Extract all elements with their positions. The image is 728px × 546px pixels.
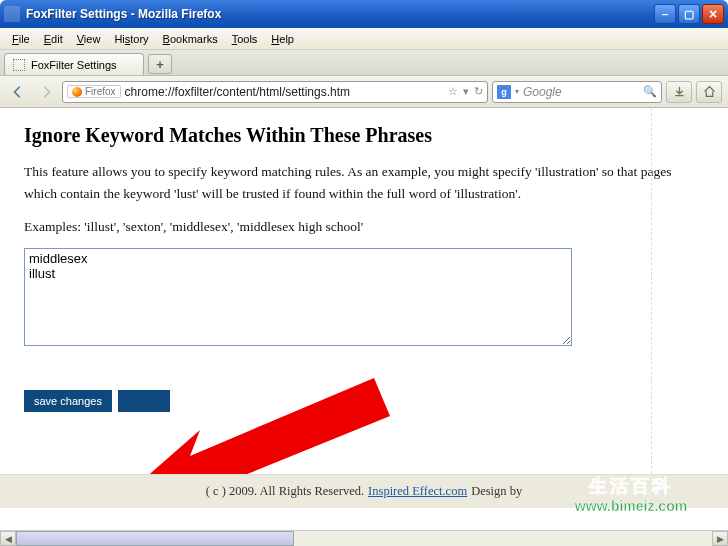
identity-label: Firefox [85, 86, 116, 97]
description-paragraph: This feature allows you to specify keywo… [24, 161, 704, 206]
navigation-toolbar: Firefox chrome://foxfilter/content/html/… [0, 76, 728, 108]
forward-arrow-icon [39, 85, 53, 99]
url-text[interactable]: chrome://foxfilter/content/html/settings… [125, 85, 444, 99]
menu-help[interactable]: Help [265, 31, 300, 47]
menu-edit[interactable]: Edit [38, 31, 69, 47]
home-icon [703, 85, 716, 98]
app-icon [4, 6, 20, 22]
back-arrow-icon [11, 85, 25, 99]
horizontal-scrollbar[interactable]: ◀ ▶ [0, 530, 728, 546]
reload-icon[interactable]: ↻ [474, 85, 483, 98]
menu-file[interactable]: File [6, 31, 36, 47]
close-button[interactable]: × [702, 4, 724, 24]
copyright-text: ( c ) 2009. All Rights Reserved. [206, 484, 364, 499]
menu-history[interactable]: History [108, 31, 154, 47]
menu-tools[interactable]: Tools [226, 31, 264, 47]
url-bar[interactable]: Firefox chrome://foxfilter/content/html/… [62, 81, 488, 103]
new-tab-button[interactable]: + [148, 54, 172, 74]
scroll-right-button[interactable]: ▶ [712, 531, 728, 546]
scrollbar-track[interactable] [16, 531, 712, 546]
menu-view[interactable]: View [71, 31, 107, 47]
button-row: save changes [24, 390, 704, 412]
save-changes-button[interactable]: save changes [24, 390, 112, 412]
urlbar-icons: ☆ ▾ ↻ [448, 85, 483, 98]
search-engine-icon[interactable]: g [497, 85, 511, 99]
page-footer: ( c ) 2009. All Rights Reserved. Inspire… [0, 474, 728, 508]
footer-link-inspired[interactable]: Inspired Effect.com [368, 484, 467, 499]
search-go-icon[interactable]: 🔍 [643, 85, 657, 98]
page-content: Ignore Keyword Matches Within These Phra… [0, 108, 728, 530]
window-titlebar: FoxFilter Settings - Mozilla Firefox – ▢… [0, 0, 728, 28]
forward-button[interactable] [34, 80, 58, 104]
menu-bookmarks[interactable]: Bookmarks [157, 31, 224, 47]
identity-box[interactable]: Firefox [67, 85, 121, 98]
menu-bar: File Edit View History Bookmarks Tools H… [0, 28, 728, 50]
back-button[interactable] [6, 80, 30, 104]
maximize-button[interactable]: ▢ [678, 4, 700, 24]
window-controls: – ▢ × [654, 4, 724, 24]
scrollbar-thumb[interactable] [16, 531, 294, 546]
phrases-textarea[interactable] [24, 248, 572, 346]
secondary-button[interactable] [118, 390, 170, 412]
footer-design-by: Design by [471, 484, 522, 499]
bookmark-star-icon[interactable]: ☆ [448, 85, 458, 98]
search-placeholder: Google [523, 85, 639, 99]
firefox-icon [72, 87, 82, 97]
divider-line [651, 108, 652, 474]
content-viewport: Ignore Keyword Matches Within These Phra… [0, 108, 728, 530]
tab-favicon [13, 59, 25, 71]
tab-label: FoxFilter Settings [31, 59, 117, 71]
tab-active[interactable]: FoxFilter Settings [4, 53, 144, 75]
home-button[interactable] [696, 81, 722, 103]
downloads-button[interactable] [666, 81, 692, 103]
scroll-left-button[interactable]: ◀ [0, 531, 16, 546]
minimize-button[interactable]: – [654, 4, 676, 24]
page-heading: Ignore Keyword Matches Within These Phra… [24, 124, 704, 147]
window-title: FoxFilter Settings - Mozilla Firefox [26, 7, 654, 21]
search-dropdown-icon[interactable]: ▾ [515, 87, 519, 96]
search-bar[interactable]: g ▾ Google 🔍 [492, 81, 662, 103]
download-icon [673, 85, 686, 98]
examples-paragraph: Examples: 'illust', 'sexton', 'middlesex… [24, 216, 704, 238]
url-dropdown-icon[interactable]: ▾ [463, 85, 469, 98]
tab-bar: FoxFilter Settings + [0, 50, 728, 76]
